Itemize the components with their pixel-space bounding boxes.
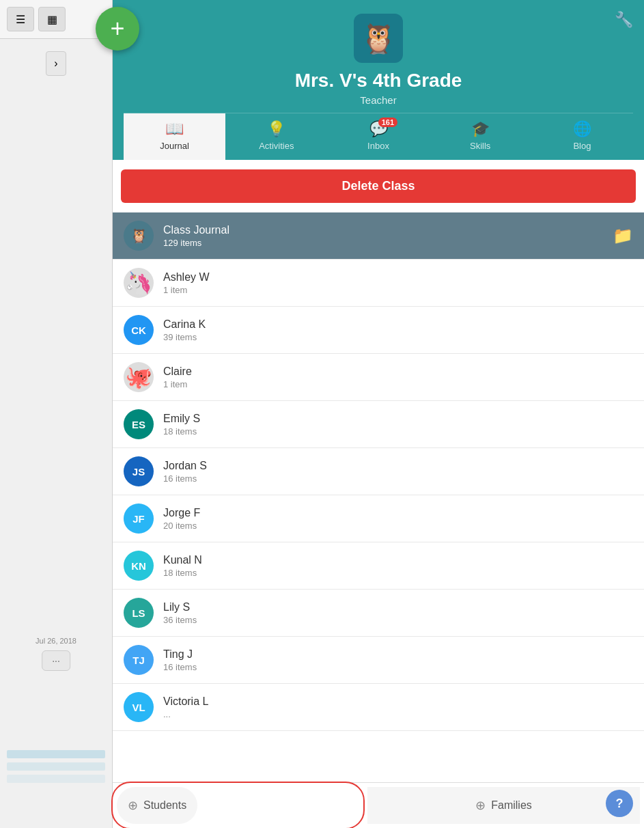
student-info: Ting J 16 items [163,648,633,672]
class-journal-info: Class Journal 129 items [163,224,613,248]
student-items: 16 items [163,662,633,672]
avatar: TJ [124,645,154,675]
folder-icon: 📁 [613,226,633,245]
student-items: 39 items [163,332,633,342]
student-name: Lily S [163,601,633,613]
student-row[interactable]: TJ Ting J 16 items [113,637,644,684]
sidebar: ☰ ▦ › Jul 26, 2018 ··· [0,0,113,828]
owl-emoji: 🦉 [361,22,396,55]
avatar: LS [124,598,154,628]
student-info: Jordan S 16 items [163,460,633,484]
sidebar-line-3 [7,775,105,783]
students-label: Students [143,799,186,812]
tab-inbox[interactable]: 💬 161 Inbox [327,113,429,160]
students-wrapper: ⊕ Students [113,783,363,828]
plus-families-icon: ⊕ [475,798,486,813]
student-items: 36 items [163,615,633,625]
student-name: Victoria L [163,695,633,708]
student-row[interactable]: JF Jorge F 20 items [113,495,644,542]
student-items: 18 items [163,568,633,578]
owl-logo: 🦉 [354,14,403,63]
class-journal-owl: 🦉 [130,227,148,244]
class-header: 🦉 Mrs. V's 4th Grade Teacher 🔧 📖 Journal… [113,0,644,160]
avatar: 🦄 [124,268,154,298]
class-subtitle: Teacher [124,94,633,106]
students-button[interactable]: ⊕ Students [117,787,197,824]
student-info: Claire 1 item [163,365,633,389]
class-title: Mrs. V's 4th Grade [124,70,633,92]
more-options-button[interactable]: ··· [42,650,70,671]
student-row[interactable]: CK Carina K 39 items [113,307,644,354]
tab-activities-label: Activities [259,141,294,151]
tab-blog[interactable]: 🌐 Blog [531,113,633,160]
blog-icon: 🌐 [573,120,591,138]
student-row[interactable]: ES Emily S 18 items [113,401,644,448]
inbox-badge: 161 [378,118,397,127]
avatar: ES [124,409,154,439]
families-button[interactable]: ⊕ Families [367,787,640,824]
plus-students-icon: ⊕ [128,798,138,813]
student-info: Ashley W 1 item [163,271,633,295]
bottom-navigation: ⊕ Students ⊕ Families [113,782,644,828]
sidebar-line-2 [7,762,105,771]
main-content: 🦉 Mrs. V's 4th Grade Teacher 🔧 📖 Journal… [113,0,644,828]
student-name: Jordan S [163,460,633,472]
student-info: Kunal N 18 items [163,554,633,578]
avatar: JF [124,503,154,534]
avatar: KN [124,551,154,581]
activities-icon: 💡 [267,120,285,138]
tab-journal[interactable]: 📖 Journal [124,113,225,160]
sidebar-toolbar: ☰ ▦ [0,0,112,39]
families-label: Families [491,799,532,812]
student-row[interactable]: KN Kunal N 18 items [113,542,644,590]
help-icon: ? [616,797,624,811]
tab-skills[interactable]: 🎓 Skills [430,113,531,160]
tab-journal-label: Journal [160,141,189,151]
student-name: Jorge F [163,507,633,519]
student-items: 16 items [163,473,633,484]
student-items: 1 item [163,285,633,295]
journal-icon: 📖 [165,120,184,138]
student-list: 🦄 Ashley W 1 item CK Carina K 39 items 🐙… [113,260,644,731]
plus-icon: + [110,16,124,41]
student-name: Kunal N [163,554,633,566]
calendar-icon[interactable]: ▦ [38,7,66,31]
tab-blog-label: Blog [573,141,591,151]
delete-class-button[interactable]: Delete Class [121,169,636,203]
student-row[interactable]: VL Victoria L ... [113,684,644,731]
sidebar-content-lines [7,750,105,787]
tab-inbox-label: Inbox [367,141,389,151]
help-button[interactable]: ? [606,790,633,817]
class-journal-name: Class Journal [163,224,613,236]
sidebar-date: Jul 26, 2018 [0,631,112,650]
student-items: 1 item [163,379,633,389]
settings-icon[interactable]: 🔧 [615,11,633,29]
student-row[interactable]: JS Jordan S 16 items [113,448,644,495]
student-info: Jorge F 20 items [163,507,633,531]
student-name: Ashley W [163,271,633,284]
student-info: Lily S 36 items [163,601,633,625]
student-info: Victoria L ... [163,695,633,719]
student-name: Carina K [163,318,633,331]
student-items: 18 items [163,426,633,437]
avatar: 🐙 [124,362,154,392]
student-name: Claire [163,365,633,378]
tab-activities[interactable]: 💡 Activities [225,113,327,160]
student-row[interactable]: 🐙 Claire 1 item [113,354,644,401]
tab-skills-label: Skills [470,141,490,151]
student-info: Carina K 39 items [163,318,633,342]
avatar: JS [124,456,154,486]
avatar: CK [124,315,154,345]
student-row[interactable]: 🦄 Ashley W 1 item [113,260,644,307]
student-items: ... [163,709,633,719]
expand-sidebar-button[interactable]: › [46,51,66,76]
student-name: Emily S [163,413,633,425]
navigation-tabs: 📖 Journal 💡 Activities 💬 161 Inbox 🎓 Ski… [124,113,633,160]
student-items: 20 items [163,521,633,531]
student-name: Ting J [163,648,633,661]
student-row[interactable]: LS Lily S 36 items [113,590,644,637]
menu-icon[interactable]: ☰ [7,7,34,31]
add-button[interactable]: + [96,7,139,51]
class-journal-items: 129 items [163,238,613,248]
class-journal-row[interactable]: 🦉 Class Journal 129 items 📁 [113,212,644,260]
